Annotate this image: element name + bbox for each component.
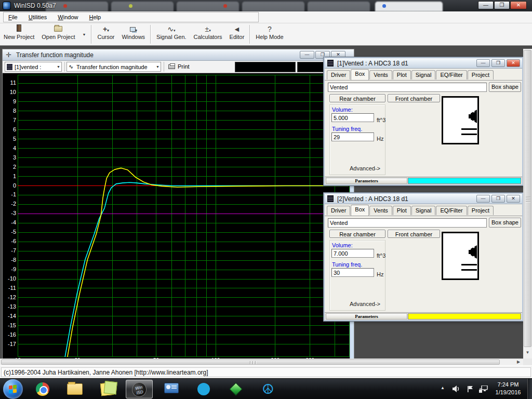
horizontal-scrollbar[interactable]: ▶ xyxy=(0,358,523,365)
open-project-dropdown[interactable]: ▼ xyxy=(79,23,90,45)
y-tick-label: -9 xyxy=(4,266,16,272)
y-tick-label: -12 xyxy=(4,294,16,300)
tuning-input[interactable] xyxy=(331,132,374,141)
rear-chamber-button[interactable]: Rear chamber xyxy=(329,94,385,102)
close-icon[interactable]: ✕ xyxy=(507,59,520,67)
scroll-down-icon[interactable]: ▼ xyxy=(524,349,531,357)
box-type-field[interactable]: Vented xyxy=(328,83,487,92)
advanced-link[interactable]: Advanced-> xyxy=(350,165,380,171)
scroll-right-icon[interactable]: ▶ xyxy=(514,359,523,365)
blue-circle-icon xyxy=(197,383,210,395)
tab-project[interactable]: Project xyxy=(468,206,494,215)
plot-area: 11109876543210-1-2-3-4-5-6-7-8-9-10-11-1… xyxy=(3,73,354,359)
front-chamber-button[interactable]: Front chamber xyxy=(388,94,440,102)
graph-window-titlebar[interactable]: ✛ Transfer function magnitude — ❐ ✕ xyxy=(3,49,354,61)
taskbar-blue-circle-app[interactable] xyxy=(190,380,217,398)
menu-file[interactable]: File xyxy=(4,12,22,23)
taskbar-file-explorer[interactable] xyxy=(61,380,88,398)
project1-titlebar[interactable]: [1]Vented : A HDC3 18 d1 — ❐ ✕ xyxy=(325,58,522,69)
help-mode-button[interactable]: ? Help Mode xyxy=(252,23,287,45)
box-shape-button[interactable]: Box shape xyxy=(489,218,521,228)
signal-gen-button[interactable]: ∿▾ Signal Gen. xyxy=(153,23,190,45)
show-desktop-button[interactable] xyxy=(527,379,532,399)
clock[interactable]: 7:24 PM 1/19/2016 xyxy=(491,381,525,396)
volume-input[interactable] xyxy=(331,249,374,258)
parameters-button[interactable]: Parameters xyxy=(326,178,407,184)
tuning-label: Tuning freq. xyxy=(332,261,362,268)
browser-tab[interactable] xyxy=(308,2,370,11)
project-icon xyxy=(7,64,12,70)
tab-signal[interactable]: Signal xyxy=(411,206,436,215)
browser-tab[interactable] xyxy=(177,2,239,11)
action-center-flag-icon[interactable] xyxy=(467,385,474,394)
box-shape-button[interactable]: Box shape xyxy=(489,82,521,92)
new-project-button[interactable]: New Project xyxy=(0,23,38,45)
taskbar-peace-app[interactable]: ☮ xyxy=(255,380,282,398)
tab-plot[interactable]: Plot xyxy=(393,206,411,215)
minimize-icon[interactable]: — xyxy=(476,195,490,203)
taskbar-chrome[interactable] xyxy=(29,380,56,398)
network-icon[interactable] xyxy=(479,385,488,394)
volume-unit: ft^3 xyxy=(377,252,385,259)
close-icon[interactable]: ✕ xyxy=(510,1,527,9)
tab-box[interactable]: Box xyxy=(351,205,369,216)
rear-chamber-button[interactable]: Rear chamber xyxy=(329,230,385,238)
close-icon[interactable]: ✕ xyxy=(507,195,520,203)
speaker-icon: ◄ xyxy=(230,24,245,34)
windows-button[interactable]: ▾ Windows xyxy=(118,23,149,45)
restore-icon[interactable]: ❐ xyxy=(491,195,505,203)
browser-tab[interactable] xyxy=(242,2,304,11)
tab-driver[interactable]: Driver xyxy=(327,70,350,79)
start-button[interactable] xyxy=(3,379,23,399)
volume-input[interactable] xyxy=(331,113,374,122)
box-type-field[interactable]: Vented xyxy=(328,218,487,228)
toolbar-separator xyxy=(91,25,92,44)
minimize-icon[interactable]: — xyxy=(476,59,490,67)
y-tick-label: -17 xyxy=(4,341,16,347)
y-tick-label: -13 xyxy=(4,303,16,310)
tab-vents[interactable]: Vents xyxy=(369,206,392,215)
calculators-button[interactable]: ±▾ Calculators xyxy=(190,23,226,45)
tab-eqfilter[interactable]: EQ/Filter xyxy=(436,206,467,215)
restore-icon[interactable]: ❐ xyxy=(494,1,510,9)
browser-tab[interactable] xyxy=(111,2,174,11)
tab-driver[interactable]: Driver xyxy=(327,206,350,215)
open-project-button[interactable]: Open Project xyxy=(38,23,78,45)
menu-window[interactable]: Window xyxy=(53,12,83,23)
menu-utilities[interactable]: Utilities xyxy=(24,12,51,23)
tab-eqfilter[interactable]: EQ/Filter xyxy=(436,70,467,79)
taskbar-green-gem-app[interactable] xyxy=(222,380,249,398)
tab-project[interactable]: Project xyxy=(468,70,494,79)
editor-button[interactable]: ◄ Editor xyxy=(226,23,248,45)
print-button[interactable]: Print xyxy=(166,62,193,72)
minimize-icon[interactable]: — xyxy=(478,1,494,9)
vertical-scrollbar[interactable]: ▼ xyxy=(523,49,532,358)
taskbar-winisd-active[interactable]: Win ISD xyxy=(126,380,153,398)
restore-icon[interactable]: ❐ xyxy=(491,59,505,67)
hidden-icons-chevron[interactable]: ▲ xyxy=(441,385,445,390)
taskbar-sticky-notes[interactable] xyxy=(94,380,121,398)
menu-help[interactable]: Help xyxy=(85,12,106,23)
taskbar-control-panel[interactable] xyxy=(158,380,185,398)
minimize-icon[interactable]: — xyxy=(300,51,314,59)
scrollbar-thumb[interactable] xyxy=(524,50,531,347)
curve-color-swatch xyxy=(408,178,521,184)
tuning-input[interactable] xyxy=(331,268,374,277)
scrollbar-thumb[interactable] xyxy=(1,360,500,365)
cursor-button[interactable]: +▾ Cursor xyxy=(94,23,118,45)
project-select[interactable]: [1]vented : ▼ xyxy=(5,62,62,72)
background-browser-titlebar: WinISD 0.50a7 — ❐ ✕ xyxy=(0,0,532,11)
volume-icon[interactable] xyxy=(453,385,460,394)
tab-box[interactable]: Box xyxy=(351,69,369,80)
plot-type-select[interactable]: ∿ Transfer function magnitude ▼ xyxy=(66,62,161,72)
tab-plot[interactable]: Plot xyxy=(393,70,411,79)
parameters-button[interactable]: Parameters xyxy=(326,313,407,320)
favicon xyxy=(129,4,132,8)
tab-signal[interactable]: Signal xyxy=(411,70,436,79)
front-chamber-button[interactable]: Front chamber xyxy=(388,230,440,238)
project2-titlebar[interactable]: [2]Vented : A HDC3 18 d1 — ❐ ✕ xyxy=(325,194,522,204)
parameters-row: Parameters xyxy=(325,312,522,320)
cascade-windows-icon: ▾ xyxy=(122,24,145,34)
advanced-link[interactable]: Advanced-> xyxy=(350,301,380,307)
tab-vents[interactable]: Vents xyxy=(369,70,392,79)
